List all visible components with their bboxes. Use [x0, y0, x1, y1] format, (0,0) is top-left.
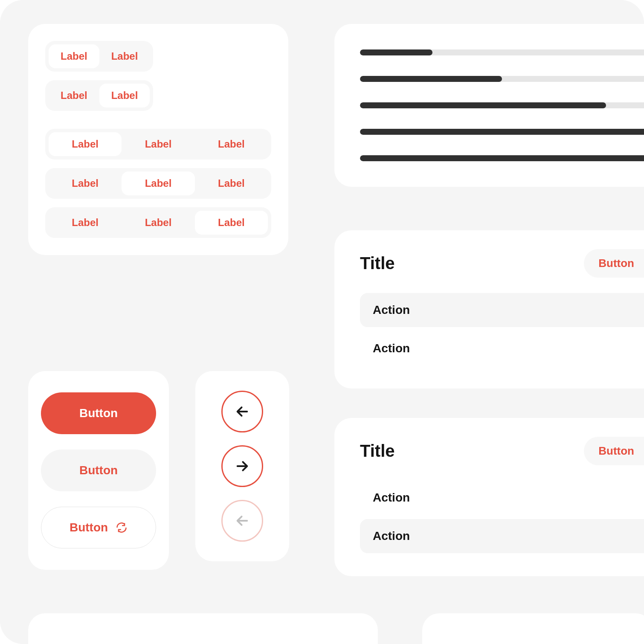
- action-row[interactable]: Action: [360, 519, 644, 553]
- progress-fill: [360, 49, 432, 55]
- progress-bar: [360, 129, 644, 135]
- app-frame: Label Label Label Label Label Label Labe…: [0, 0, 644, 644]
- segmented-controls-card: Label Label Label Label Label Label Labe…: [28, 24, 288, 255]
- stub-card: [422, 613, 644, 644]
- progress-fill: [360, 76, 502, 82]
- panel-button[interactable]: Button: [584, 249, 644, 278]
- progress-bar: [360, 49, 644, 55]
- outline-button[interactable]: Button: [41, 507, 156, 548]
- panel-header: Title Button: [360, 249, 644, 278]
- refresh-icon: [116, 522, 128, 534]
- segmented-three-c: Label Label Label: [45, 207, 271, 238]
- segment-option[interactable]: Label: [49, 84, 99, 107]
- primary-button[interactable]: Button: [41, 392, 156, 434]
- action-row[interactable]: Action: [360, 293, 644, 327]
- segment-option[interactable]: Label: [122, 211, 194, 235]
- segment-option[interactable]: Label: [195, 132, 268, 156]
- secondary-button[interactable]: Button: [41, 450, 156, 491]
- nav-prev-button[interactable]: [221, 391, 263, 432]
- progress-bar: [360, 76, 644, 82]
- title-action-panel: Title Button Action Action: [334, 418, 644, 576]
- segment-option[interactable]: Label: [99, 44, 150, 68]
- segment-option[interactable]: Label: [122, 132, 194, 156]
- segment-option[interactable]: Label: [49, 44, 99, 68]
- segmented-two-b: Label Label: [45, 80, 153, 111]
- arrow-left-icon: [235, 404, 249, 419]
- segmented-three-a: Label Label Label: [45, 129, 271, 160]
- action-row[interactable]: Action: [360, 331, 644, 366]
- progress-fill: [360, 155, 644, 161]
- stub-card: [28, 613, 378, 644]
- nav-prev-button-disabled: [221, 500, 263, 542]
- arrow-right-icon: [235, 459, 249, 473]
- progress-fill: [360, 129, 644, 135]
- panel-title: Title: [360, 254, 395, 273]
- segment-option[interactable]: Label: [49, 132, 122, 156]
- progress-card: [334, 24, 644, 187]
- panel-title: Title: [360, 441, 395, 461]
- segment-option[interactable]: Label: [49, 211, 122, 235]
- arrow-left-icon: [235, 513, 249, 528]
- segmented-two-a: Label Label: [45, 41, 153, 72]
- progress-bar: [360, 102, 644, 108]
- title-action-panel: Title Button Action Action: [334, 230, 644, 389]
- panel-button[interactable]: Button: [584, 437, 644, 465]
- segment-option[interactable]: Label: [122, 171, 194, 195]
- nav-next-button[interactable]: [221, 445, 263, 487]
- buttons-card: Button Button Button: [28, 371, 169, 570]
- progress-fill: [360, 102, 606, 108]
- action-row[interactable]: Action: [360, 481, 644, 515]
- outline-button-label: Button: [70, 521, 108, 534]
- segment-option[interactable]: Label: [49, 171, 122, 195]
- segment-option[interactable]: Label: [195, 171, 268, 195]
- segment-option[interactable]: Label: [195, 211, 268, 235]
- progress-bar: [360, 155, 644, 161]
- panel-header: Title Button: [360, 437, 644, 465]
- nav-arrows-card: [195, 371, 289, 561]
- segment-option[interactable]: Label: [99, 84, 150, 107]
- segmented-three-b: Label Label Label: [45, 168, 271, 199]
